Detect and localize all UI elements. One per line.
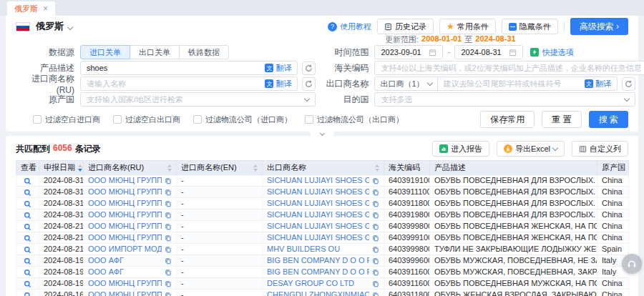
copy-icon[interactable]: [372, 246, 379, 253]
filter-checkbox[interactable]: 过滤空白进口商: [33, 114, 100, 125]
view-magnifier-icon[interactable]: [24, 246, 31, 254]
exporter-link[interactable]: BIG BEN COMPANY D O O FROM BEST T: [267, 267, 369, 277]
copy-icon[interactable]: [165, 189, 172, 196]
save-favorite-button[interactable]: 保存常用: [480, 111, 535, 128]
refresh-history-button[interactable]: [302, 61, 316, 75]
copy-icon[interactable]: [165, 280, 172, 287]
importer-ru-link[interactable]: ООО МЮНЦ ГРУПП: [88, 290, 162, 296]
view-magnifier-icon[interactable]: [24, 292, 31, 296]
sort-icon[interactable]: [78, 164, 82, 172]
importer-ru-link[interactable]: ООО МЮНЦ ГРУПП: [88, 232, 162, 243]
copy-icon[interactable]: [165, 269, 172, 276]
customize-columns-button[interactable]: 自定义列: [572, 141, 628, 157]
col-header[interactable]: 申报日期: [39, 161, 84, 175]
origin-country-select[interactable]: 支持输入国家/地区进行检索: [80, 92, 316, 107]
refresh-history-button[interactable]: [302, 77, 316, 91]
reset-button[interactable]: 重 置: [542, 111, 581, 128]
view-magnifier-icon[interactable]: [24, 269, 31, 277]
importer-ru-link[interactable]: ООО АФГ: [88, 267, 124, 277]
exporter-link[interactable]: SICHUAN LUJIAYI SHOES CO LTD: [267, 221, 369, 232]
importer-ru-link[interactable]: ООО МЮНЦ ГРУПП: [88, 278, 162, 289]
importer-ru-link[interactable]: ООО МЮНЦ ГРУПП: [88, 221, 162, 232]
data-source-tab[interactable]: 进口关单: [80, 45, 130, 59]
advanced-search-button[interactable]: 高级搜索 ›: [570, 18, 628, 35]
translate-button[interactable]: 文 翻译: [265, 63, 291, 74]
exporter-link[interactable]: DESAY GROUP CO LTD: [267, 278, 354, 289]
date-to-input[interactable]: 2024-08-31: [454, 45, 523, 59]
copy-icon[interactable]: [372, 280, 379, 287]
copy-icon[interactable]: [372, 257, 379, 265]
copy-icon[interactable]: [165, 292, 172, 296]
copy-icon[interactable]: [165, 177, 172, 184]
exporter-link[interactable]: SICHUAN LUJIAYI SHOES CO LTD: [267, 198, 369, 209]
checkbox-box[interactable]: [113, 115, 122, 124]
exporter-name-input[interactable]: 建议去除公司尾部字符或特殊符号 文 翻译: [437, 77, 618, 91]
product-desc-input[interactable]: shoes 文 翻译: [80, 61, 298, 75]
exporter-link[interactable]: SICHUAN LUJIAYI SHOES CO LTD: [267, 232, 369, 243]
sort-icon[interactable]: [253, 164, 258, 172]
copy-icon[interactable]: [372, 200, 379, 207]
view-magnifier-icon[interactable]: [24, 177, 31, 185]
hs-code-input[interactable]: 支持4位以上海关编码，或2位海关编码加上产品描述，企业名称的任意信息: [374, 61, 644, 75]
exporter-link[interactable]: SICHUAN LUJIAYI SHOES CO LTD: [267, 209, 369, 220]
exporter-link[interactable]: BIG BEN COMPANY D O O FROM BEST T: [267, 255, 369, 266]
view-magnifier-icon[interactable]: [24, 235, 31, 242]
importer-ru-link[interactable]: ООО ИМПОРТ МОДА: [88, 244, 162, 255]
favorites-button[interactable]: ★ 常用条件: [439, 19, 496, 34]
copy-icon[interactable]: [372, 223, 379, 230]
quick-options-button[interactable]: 快捷选项: [530, 47, 573, 58]
copy-icon[interactable]: [165, 257, 172, 265]
view-magnifier-icon[interactable]: [24, 223, 31, 231]
date-from-input[interactable]: 2023-09-01: [374, 45, 443, 59]
collapse-filters-handle[interactable]: [310, 132, 334, 138]
importer-ru-link[interactable]: ООО МЮНЦ ГРУПП: [88, 187, 162, 197]
copy-icon[interactable]: [165, 212, 172, 219]
checkbox-box[interactable]: [193, 115, 202, 124]
view-magnifier-icon[interactable]: [24, 280, 31, 288]
copy-icon[interactable]: [165, 223, 172, 230]
close-icon[interactable]: ×: [43, 4, 48, 13]
translate-button[interactable]: 文 翻译: [585, 79, 611, 89]
copy-icon[interactable]: [165, 200, 172, 207]
copy-icon[interactable]: [372, 292, 379, 296]
exporter-link[interactable]: CHENGDU ZHONGXINMIAO TRADING C: [267, 290, 369, 296]
country-selector[interactable]: [68, 21, 72, 31]
col-header[interactable]: 进口商名称(RU): [84, 161, 177, 175]
col-header[interactable]: 出口商名称: [263, 161, 384, 175]
exporter-link[interactable]: SICHUAN LUJIAYI SHOES CO LTD: [267, 187, 369, 197]
view-magnifier-icon[interactable]: [24, 212, 31, 219]
data-source-tab[interactable]: 出口关单: [130, 45, 180, 59]
customer-service-button[interactable]: [622, 254, 642, 274]
history-button[interactable]: 历史记录: [377, 19, 434, 34]
filter-checkbox[interactable]: 过滤物流公司（进口商）: [193, 114, 292, 125]
tab-russia[interactable]: 俄罗斯 ×: [7, 1, 55, 16]
copy-icon[interactable]: [165, 246, 172, 253]
view-magnifier-icon[interactable]: [24, 257, 31, 265]
data-source-tab[interactable]: 铁路数据: [179, 45, 229, 59]
checkbox-box[interactable]: [305, 115, 313, 124]
importer-name-input[interactable]: 请输入名称 文 翻译: [80, 77, 298, 91]
copy-icon[interactable]: [372, 189, 379, 196]
filter-checkbox[interactable]: 过滤空白出口商: [113, 114, 180, 125]
enter-report-button[interactable]: 进入报告: [432, 141, 489, 157]
refresh-history-button[interactable]: [622, 77, 635, 91]
hide-conditions-button[interactable]: 隐藏条件: [502, 19, 558, 34]
exporter-link[interactable]: SICHUAN LUJIAYI SHOES CO LTD: [267, 175, 369, 186]
export-excel-button[interactable]: 导出Excel: [497, 141, 565, 157]
importer-ru-link[interactable]: ООО МЮНЦ ГРУПП: [88, 175, 162, 186]
search-button[interactable]: 搜 索: [589, 111, 628, 128]
copy-icon[interactable]: [165, 235, 172, 242]
exporter-link[interactable]: MHV BUILDERS OU: [267, 244, 340, 255]
view-magnifier-icon[interactable]: [24, 189, 31, 197]
sort-icon[interactable]: [375, 164, 379, 172]
copy-icon[interactable]: [372, 212, 379, 219]
copy-icon[interactable]: [372, 177, 379, 184]
importer-ru-link[interactable]: ООО АФГ: [88, 255, 124, 266]
exporter-type-select[interactable]: 出口商（1）: [374, 77, 437, 91]
view-magnifier-icon[interactable]: [24, 200, 31, 208]
copy-icon[interactable]: [372, 269, 379, 276]
filter-checkbox[interactable]: 过滤物流公司（出口商）: [305, 114, 404, 125]
col-header[interactable]: 进口商名称(EN): [177, 161, 263, 175]
importer-ru-link[interactable]: ООО МЮНЦ ГРУПП: [88, 209, 162, 220]
copy-icon[interactable]: [372, 235, 379, 242]
